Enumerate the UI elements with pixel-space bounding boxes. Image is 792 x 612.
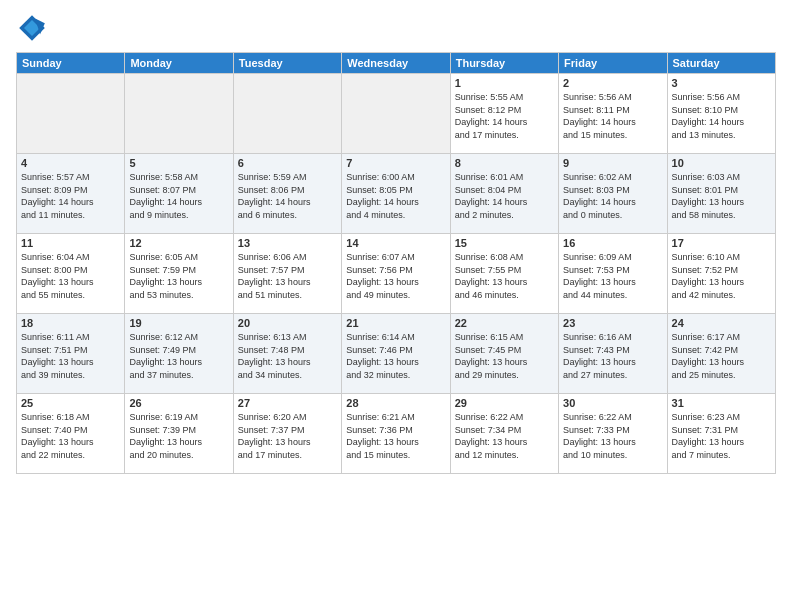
day-number: 11 [21, 237, 120, 249]
day-info: Sunrise: 6:08 AM Sunset: 7:55 PM Dayligh… [455, 251, 554, 301]
calendar-cell: 3Sunrise: 5:56 AM Sunset: 8:10 PM Daylig… [667, 74, 775, 154]
weekday-header-saturday: Saturday [667, 53, 775, 74]
day-info: Sunrise: 6:05 AM Sunset: 7:59 PM Dayligh… [129, 251, 228, 301]
day-info: Sunrise: 6:04 AM Sunset: 8:00 PM Dayligh… [21, 251, 120, 301]
day-info: Sunrise: 6:12 AM Sunset: 7:49 PM Dayligh… [129, 331, 228, 381]
calendar-cell: 15Sunrise: 6:08 AM Sunset: 7:55 PM Dayli… [450, 234, 558, 314]
day-number: 15 [455, 237, 554, 249]
day-info: Sunrise: 6:10 AM Sunset: 7:52 PM Dayligh… [672, 251, 771, 301]
day-number: 30 [563, 397, 662, 409]
calendar-cell: 29Sunrise: 6:22 AM Sunset: 7:34 PM Dayli… [450, 394, 558, 474]
day-info: Sunrise: 6:16 AM Sunset: 7:43 PM Dayligh… [563, 331, 662, 381]
day-info: Sunrise: 6:17 AM Sunset: 7:42 PM Dayligh… [672, 331, 771, 381]
day-number: 7 [346, 157, 445, 169]
calendar-cell: 4Sunrise: 5:57 AM Sunset: 8:09 PM Daylig… [17, 154, 125, 234]
day-number: 29 [455, 397, 554, 409]
day-info: Sunrise: 6:21 AM Sunset: 7:36 PM Dayligh… [346, 411, 445, 461]
day-info: Sunrise: 6:07 AM Sunset: 7:56 PM Dayligh… [346, 251, 445, 301]
day-info: Sunrise: 6:13 AM Sunset: 7:48 PM Dayligh… [238, 331, 337, 381]
day-number: 13 [238, 237, 337, 249]
calendar-cell: 20Sunrise: 6:13 AM Sunset: 7:48 PM Dayli… [233, 314, 341, 394]
calendar-cell: 25Sunrise: 6:18 AM Sunset: 7:40 PM Dayli… [17, 394, 125, 474]
calendar-cell: 28Sunrise: 6:21 AM Sunset: 7:36 PM Dayli… [342, 394, 450, 474]
weekday-header-sunday: Sunday [17, 53, 125, 74]
day-number: 20 [238, 317, 337, 329]
calendar-cell [233, 74, 341, 154]
day-number: 6 [238, 157, 337, 169]
day-number: 12 [129, 237, 228, 249]
day-number: 22 [455, 317, 554, 329]
day-number: 26 [129, 397, 228, 409]
calendar-cell: 31Sunrise: 6:23 AM Sunset: 7:31 PM Dayli… [667, 394, 775, 474]
day-info: Sunrise: 6:23 AM Sunset: 7:31 PM Dayligh… [672, 411, 771, 461]
day-info: Sunrise: 6:22 AM Sunset: 7:33 PM Dayligh… [563, 411, 662, 461]
day-info: Sunrise: 6:15 AM Sunset: 7:45 PM Dayligh… [455, 331, 554, 381]
logo [16, 12, 52, 44]
logo-icon [16, 12, 48, 44]
calendar-cell: 1Sunrise: 5:55 AM Sunset: 8:12 PM Daylig… [450, 74, 558, 154]
calendar-cell: 8Sunrise: 6:01 AM Sunset: 8:04 PM Daylig… [450, 154, 558, 234]
calendar-week-2: 4Sunrise: 5:57 AM Sunset: 8:09 PM Daylig… [17, 154, 776, 234]
calendar-week-5: 25Sunrise: 6:18 AM Sunset: 7:40 PM Dayli… [17, 394, 776, 474]
day-info: Sunrise: 6:00 AM Sunset: 8:05 PM Dayligh… [346, 171, 445, 221]
day-number: 14 [346, 237, 445, 249]
day-info: Sunrise: 6:01 AM Sunset: 8:04 PM Dayligh… [455, 171, 554, 221]
day-info: Sunrise: 6:06 AM Sunset: 7:57 PM Dayligh… [238, 251, 337, 301]
calendar-week-3: 11Sunrise: 6:04 AM Sunset: 8:00 PM Dayli… [17, 234, 776, 314]
day-number: 19 [129, 317, 228, 329]
calendar-cell [17, 74, 125, 154]
day-info: Sunrise: 5:55 AM Sunset: 8:12 PM Dayligh… [455, 91, 554, 141]
page: SundayMondayTuesdayWednesdayThursdayFrid… [0, 0, 792, 612]
calendar-cell: 10Sunrise: 6:03 AM Sunset: 8:01 PM Dayli… [667, 154, 775, 234]
calendar-table: SundayMondayTuesdayWednesdayThursdayFrid… [16, 52, 776, 474]
day-info: Sunrise: 6:20 AM Sunset: 7:37 PM Dayligh… [238, 411, 337, 461]
day-info: Sunrise: 6:22 AM Sunset: 7:34 PM Dayligh… [455, 411, 554, 461]
day-number: 1 [455, 77, 554, 89]
day-number: 16 [563, 237, 662, 249]
day-number: 24 [672, 317, 771, 329]
day-info: Sunrise: 6:19 AM Sunset: 7:39 PM Dayligh… [129, 411, 228, 461]
day-info: Sunrise: 5:58 AM Sunset: 8:07 PM Dayligh… [129, 171, 228, 221]
day-number: 10 [672, 157, 771, 169]
day-number: 21 [346, 317, 445, 329]
weekday-header-tuesday: Tuesday [233, 53, 341, 74]
day-info: Sunrise: 6:18 AM Sunset: 7:40 PM Dayligh… [21, 411, 120, 461]
calendar-week-1: 1Sunrise: 5:55 AM Sunset: 8:12 PM Daylig… [17, 74, 776, 154]
day-number: 28 [346, 397, 445, 409]
calendar-cell: 6Sunrise: 5:59 AM Sunset: 8:06 PM Daylig… [233, 154, 341, 234]
calendar-cell: 26Sunrise: 6:19 AM Sunset: 7:39 PM Dayli… [125, 394, 233, 474]
calendar-cell: 23Sunrise: 6:16 AM Sunset: 7:43 PM Dayli… [559, 314, 667, 394]
calendar-cell: 14Sunrise: 6:07 AM Sunset: 7:56 PM Dayli… [342, 234, 450, 314]
day-info: Sunrise: 6:03 AM Sunset: 8:01 PM Dayligh… [672, 171, 771, 221]
day-info: Sunrise: 5:57 AM Sunset: 8:09 PM Dayligh… [21, 171, 120, 221]
weekday-header-monday: Monday [125, 53, 233, 74]
weekday-header-row: SundayMondayTuesdayWednesdayThursdayFrid… [17, 53, 776, 74]
weekday-header-friday: Friday [559, 53, 667, 74]
day-number: 4 [21, 157, 120, 169]
calendar-cell [125, 74, 233, 154]
day-number: 18 [21, 317, 120, 329]
day-number: 2 [563, 77, 662, 89]
header [16, 12, 776, 44]
day-number: 3 [672, 77, 771, 89]
day-info: Sunrise: 5:56 AM Sunset: 8:10 PM Dayligh… [672, 91, 771, 141]
calendar-cell: 2Sunrise: 5:56 AM Sunset: 8:11 PM Daylig… [559, 74, 667, 154]
calendar-cell: 9Sunrise: 6:02 AM Sunset: 8:03 PM Daylig… [559, 154, 667, 234]
day-number: 27 [238, 397, 337, 409]
day-info: Sunrise: 6:11 AM Sunset: 7:51 PM Dayligh… [21, 331, 120, 381]
day-number: 25 [21, 397, 120, 409]
calendar-week-4: 18Sunrise: 6:11 AM Sunset: 7:51 PM Dayli… [17, 314, 776, 394]
calendar-cell [342, 74, 450, 154]
day-info: Sunrise: 6:09 AM Sunset: 7:53 PM Dayligh… [563, 251, 662, 301]
day-info: Sunrise: 6:14 AM Sunset: 7:46 PM Dayligh… [346, 331, 445, 381]
calendar-cell: 5Sunrise: 5:58 AM Sunset: 8:07 PM Daylig… [125, 154, 233, 234]
calendar-cell: 12Sunrise: 6:05 AM Sunset: 7:59 PM Dayli… [125, 234, 233, 314]
calendar-cell: 17Sunrise: 6:10 AM Sunset: 7:52 PM Dayli… [667, 234, 775, 314]
calendar-cell: 30Sunrise: 6:22 AM Sunset: 7:33 PM Dayli… [559, 394, 667, 474]
weekday-header-wednesday: Wednesday [342, 53, 450, 74]
day-info: Sunrise: 5:56 AM Sunset: 8:11 PM Dayligh… [563, 91, 662, 141]
calendar-cell: 19Sunrise: 6:12 AM Sunset: 7:49 PM Dayli… [125, 314, 233, 394]
calendar-cell: 7Sunrise: 6:00 AM Sunset: 8:05 PM Daylig… [342, 154, 450, 234]
day-info: Sunrise: 6:02 AM Sunset: 8:03 PM Dayligh… [563, 171, 662, 221]
day-number: 31 [672, 397, 771, 409]
